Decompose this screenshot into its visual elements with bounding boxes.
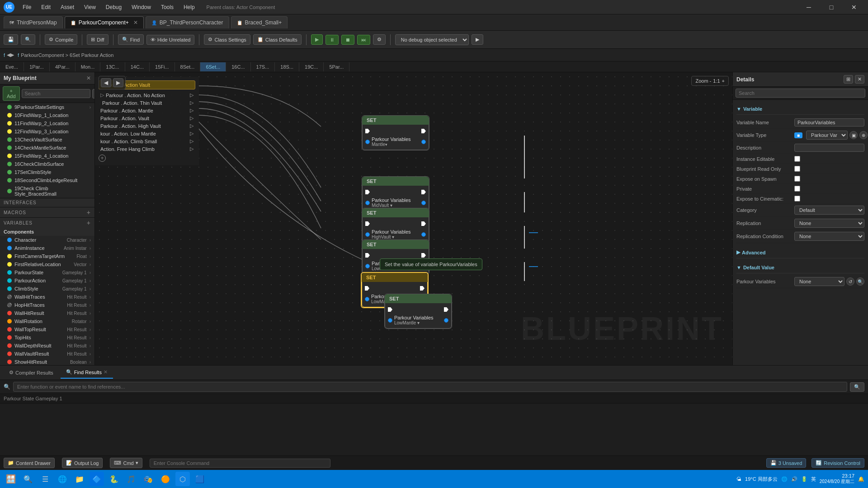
category-select[interactable]: Default xyxy=(794,206,864,215)
var-item-wallhitresult[interactable]: WallHitResult Hit Result › xyxy=(0,309,94,317)
nav-back-button[interactable]: ◀ xyxy=(101,78,111,87)
content-drawer-button[interactable]: 📁 Content Drawer xyxy=(4,458,55,468)
var-item-18Second[interactable]: 18SecondClimbLedgeResult xyxy=(0,176,94,184)
set-node-highvault[interactable]: SET Parkour Variables HighVault ▾ xyxy=(362,208,429,243)
expose-cinematic-checkbox[interactable] xyxy=(794,196,800,202)
func-tab-2[interactable]: 4Par... xyxy=(50,62,75,71)
type-array-button[interactable]: ▣ xyxy=(849,131,858,139)
func-tab-6[interactable]: 15Fi... xyxy=(150,62,175,71)
step-button[interactable]: ⏭ xyxy=(357,35,370,45)
func-tab-12[interactable]: 19C... xyxy=(299,62,324,71)
console-command-input[interactable] xyxy=(150,459,330,468)
func-tab-13[interactable]: 5Par... xyxy=(324,62,349,71)
func-tab-4[interactable]: 13C... xyxy=(100,62,125,71)
menu-tools[interactable]: Tools xyxy=(156,2,178,12)
details-scroll[interactable]: ▼ Variable Variable Name Variable Type ■… xyxy=(733,100,868,365)
add-variable-icon[interactable]: + xyxy=(87,220,91,226)
var-item-14CheckMantle[interactable]: 14CheckMantleSurface xyxy=(0,144,94,152)
add-macro-icon[interactable]: + xyxy=(87,209,91,216)
menu-asset[interactable]: Asset xyxy=(56,2,79,12)
set-node-lowmantle-2[interactable]: SET Parkour Variables LowMantle ▾ xyxy=(384,294,452,329)
set-node-midvault[interactable]: SET Parkour Variables MidVault ▾ xyxy=(362,176,429,211)
save-button[interactable]: 💾 xyxy=(4,34,18,45)
var-item-11FindWarp[interactable]: 11FindWarp_2_Location xyxy=(0,119,94,127)
zoom-plus[interactable]: + xyxy=(722,78,725,84)
var-item-firstrelative[interactable]: FirstRelativeLocation Vector › xyxy=(0,260,94,268)
left-scroll[interactable]: 9ParkourStateSettings › 10FindWarp_1_Loc… xyxy=(0,103,94,365)
menu-view[interactable]: View xyxy=(80,2,100,12)
var-item-wallrotation[interactable]: WallRotation Rotator › xyxy=(0,317,94,325)
add-button[interactable]: + Add xyxy=(3,86,20,101)
variable-section-header[interactable]: ▼ Variable xyxy=(736,103,864,115)
func-tab-8[interactable]: 6Set... xyxy=(200,62,226,71)
tab-parkourcomponent-close[interactable]: ✕ xyxy=(133,19,138,26)
var-item-character[interactable]: Character Character › xyxy=(0,236,94,244)
output-log-button[interactable]: 📝 Output Log xyxy=(62,458,103,468)
app4-icon[interactable]: 🎭 xyxy=(141,472,156,486)
func-tab-0[interactable]: Eve... xyxy=(0,62,24,71)
play-button[interactable]: ▶ xyxy=(311,34,323,45)
var-item-animinstance[interactable]: AnimInstance Anim Instar › xyxy=(0,244,94,252)
var-item-15FindWarp[interactable]: 15FindWarp_4_Location xyxy=(0,152,94,160)
variable-type-select[interactable]: Parkour Var xyxy=(806,131,848,140)
type-ref-button[interactable]: ⊕ xyxy=(859,131,868,139)
var-item-10FindWarp[interactable]: 10FindWarp_1_Location xyxy=(0,111,94,119)
app3-icon[interactable]: 🎵 xyxy=(124,472,138,486)
app6-icon[interactable]: 🟦 xyxy=(193,472,207,486)
var-item-9ParkourStateSettings[interactable]: 9ParkourStateSettings › xyxy=(0,103,94,111)
var-item-hophittraces[interactable]: HopHitTraces Hit Result › xyxy=(0,301,94,309)
parkour-var-browse-button[interactable]: 🔍 xyxy=(856,277,864,286)
var-item-wallhittraces[interactable]: WallHitTraces Hit Result › xyxy=(0,293,94,301)
var-item-19Check[interactable]: 19Check Climb Style_BracedSmall xyxy=(0,184,94,198)
func-tab-10[interactable]: 17S... xyxy=(251,62,275,71)
var-item-12FindWarp[interactable]: 12FindWarp_3_Location xyxy=(0,127,94,136)
class-defaults-button[interactable]: 📋 Class Defaults xyxy=(253,34,302,45)
explorer-icon[interactable]: 📁 xyxy=(72,472,87,486)
advanced-section-header[interactable]: ▶ Advanced xyxy=(736,247,864,258)
windows-start-icon[interactable]: 🪟 xyxy=(4,472,18,486)
find-results-tab[interactable]: 🔍 Find Results ✕ xyxy=(61,366,113,379)
browse-button[interactable]: 🔍 xyxy=(21,34,35,45)
notification-icon[interactable]: 🔔 xyxy=(858,476,864,482)
blueprint-canvas[interactable]: Parkour . Action Vault ▷ Parkour . Actio… xyxy=(95,72,732,365)
blueprint-read-only-checkbox[interactable] xyxy=(794,166,800,172)
instance-editable-checkbox[interactable] xyxy=(794,156,800,162)
func-tab-5[interactable]: 14C... xyxy=(125,62,150,71)
var-item-tophits[interactable]: TopHits Hit Result › xyxy=(0,333,94,342)
parkour-var-select[interactable]: None xyxy=(794,277,844,286)
debug-next-button[interactable]: ▶ xyxy=(472,34,483,45)
var-item-16CheckClimb[interactable]: 16CheckClimbSurface xyxy=(0,160,94,168)
var-item-climbstyle[interactable]: ClimbStyle Gameplay 1 › xyxy=(0,285,94,293)
nav-forward-button[interactable]: ▶ xyxy=(113,78,123,87)
settings-button[interactable]: ⚙ xyxy=(373,34,386,45)
func-tab-3[interactable]: Mon... xyxy=(75,62,101,71)
set-node-mantle[interactable]: SET Parkour Variables Mantle ▾ xyxy=(362,115,429,150)
close-panel-icon[interactable]: ✕ xyxy=(86,75,91,81)
blueprint-search-input[interactable] xyxy=(22,89,90,98)
find-results-input[interactable] xyxy=(13,382,847,392)
func-tab-9[interactable]: 16C... xyxy=(226,62,250,71)
var-item-walltopresult[interactable]: WallTopResult Hit Result › xyxy=(0,325,94,333)
private-checkbox[interactable] xyxy=(794,186,800,192)
unsaved-button[interactable]: 💾 3 Unsaved xyxy=(766,458,807,468)
app1-icon[interactable]: 🔷 xyxy=(90,472,104,486)
stop-button[interactable]: ⏹ xyxy=(341,35,354,45)
details-close-button[interactable]: ✕ xyxy=(855,75,864,84)
edge-icon[interactable]: 🌐 xyxy=(55,472,70,486)
maximize-button[interactable]: □ xyxy=(821,0,842,14)
default-value-section-header[interactable]: ▼ Default Value xyxy=(736,262,864,273)
var-item-17SetClimb[interactable]: 17SetClimbStyle xyxy=(0,168,94,176)
func-tab-11[interactable]: 18S... xyxy=(275,62,299,71)
hide-unrelated-button[interactable]: 👁 Hide Unrelated xyxy=(146,35,194,45)
blueprint-canvas-area[interactable]: Parkour . Action Vault ▷ Parkour . Actio… xyxy=(95,72,732,365)
find-results-close-icon[interactable]: ✕ xyxy=(104,369,108,375)
var-item-parkouraction[interactable]: ParkourAction Gameplay 1 › xyxy=(0,277,94,285)
cmd-button[interactable]: ⌨ Cmd ▾ xyxy=(110,458,142,468)
menu-debug[interactable]: Debug xyxy=(101,2,126,12)
search-taskbar-icon[interactable]: 🔍 xyxy=(21,472,35,486)
func-tab-1[interactable]: 1Par... xyxy=(24,62,50,71)
app2-icon[interactable]: 🐍 xyxy=(107,472,121,486)
replication-condition-select[interactable]: None xyxy=(794,232,864,241)
tab-thirdpersonmap[interactable]: 🗺 ThirdPersonMap xyxy=(4,16,63,28)
diff-button[interactable]: ⊞ Diff xyxy=(87,34,108,45)
